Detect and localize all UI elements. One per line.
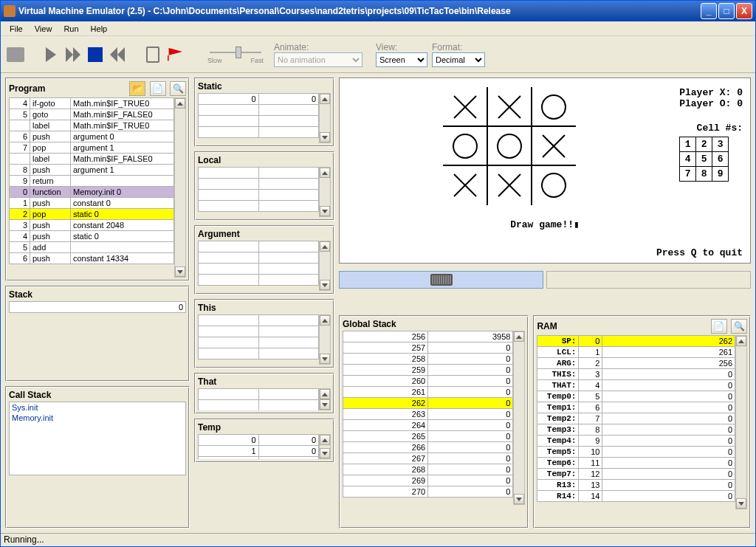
callstack-panel: Call Stack Sys.initMemory.init <box>5 386 190 529</box>
keyboard-icon <box>430 274 453 286</box>
menu-run[interactable]: Run <box>58 23 84 35</box>
local-panel: Local <box>194 151 334 221</box>
callstack-list[interactable]: Sys.initMemory.init <box>9 402 186 475</box>
svg-point-17 <box>542 173 566 197</box>
close-button[interactable]: X <box>736 3 752 19</box>
argument-table[interactable] <box>198 241 319 286</box>
step-back-button[interactable] <box>109 46 126 63</box>
globalstack-table[interactable]: 2563958257025802590260026102620263026402… <box>343 331 513 498</box>
toolbar: SlowFast Animate: No animation View: Scr… <box>1 36 755 73</box>
window-title: Virtual Machine Emulator (2.5) - C:\John… <box>18 6 699 16</box>
local-scrollbar[interactable] <box>319 167 331 217</box>
fast-forward-button[interactable] <box>64 46 82 63</box>
screen-output: Player X: 0 Player O: 0 Cell #s: 1234567… <box>339 78 751 264</box>
menu-help[interactable]: Help <box>85 23 114 35</box>
temp-panel: Temp 0010 <box>194 419 334 463</box>
speed-slider[interactable]: SlowFast <box>207 45 264 64</box>
ram-panel: RAM 📄 🔍 SP:0262LCL:1261ARG:2256THIS:30TH… <box>533 315 751 529</box>
this-title: This <box>198 303 216 313</box>
temp-title: Temp <box>198 422 221 433</box>
this-scrollbar[interactable] <box>319 314 331 365</box>
menu-file[interactable]: File <box>4 23 29 35</box>
menu-view[interactable]: View <box>29 23 58 35</box>
keyboard-display <box>546 271 751 289</box>
program-scrollbar[interactable] <box>174 97 186 278</box>
app-icon <box>4 5 16 17</box>
svg-point-8 <box>542 95 566 119</box>
quit-message: Press Q to quit <box>656 247 743 258</box>
ram-table[interactable]: SP:0262LCL:1261ARG:2256THIS:30THAT:40Tem… <box>537 335 735 502</box>
that-panel: That <box>194 373 334 414</box>
stop-button[interactable] <box>86 46 104 63</box>
argument-title: Argument <box>198 229 240 239</box>
keyboard-input[interactable] <box>339 271 543 289</box>
new-file-button[interactable]: 📄 <box>150 81 166 96</box>
local-title: Local <box>198 155 221 165</box>
player-o-score: Player O: 0 <box>679 98 743 109</box>
cell-legend: 123456789 <box>679 137 729 182</box>
stack-panel: Stack <box>5 286 190 382</box>
open-folder-button[interactable]: 📂 <box>129 81 145 96</box>
stack-top-value[interactable] <box>9 301 186 313</box>
maximize-button[interactable]: □ <box>718 3 735 19</box>
callstack-title: Call Stack <box>9 390 51 400</box>
animate-select[interactable]: No animation <box>274 52 362 67</box>
titlebar: Virtual Machine Emulator (2.5) - C:\John… <box>1 1 755 21</box>
that-title: That <box>198 376 216 387</box>
program-panel: Program 📂 📄 🔍 4if-gotoMath.min$IF_TRUE05… <box>5 78 190 281</box>
status-bar: Running... <box>1 533 755 546</box>
ram-search-button[interactable]: 🔍 <box>731 319 747 334</box>
slow-label: Slow <box>207 57 222 64</box>
ram-title: RAM <box>537 321 557 331</box>
static-scrollbar[interactable] <box>319 93 331 143</box>
program-title: Program <box>9 83 45 94</box>
static-title: Static <box>198 81 222 92</box>
step-button[interactable] <box>42 46 60 63</box>
globalstack-title: Global Stack <box>343 319 396 329</box>
menubar: File View Run Help <box>1 21 755 36</box>
static-table[interactable]: 00 <box>198 93 319 138</box>
this-panel: This <box>194 299 334 368</box>
svg-point-9 <box>453 134 477 158</box>
globalstack-panel: Global Stack 256395825702580259026002610… <box>339 315 529 529</box>
view-label: View: <box>376 42 426 52</box>
format-label: Format: <box>432 42 484 52</box>
argument-scrollbar[interactable] <box>319 241 331 291</box>
static-panel: Static 00 <box>194 78 334 147</box>
animate-label: Animate: <box>274 42 361 52</box>
script-button[interactable] <box>144 46 162 63</box>
format-select[interactable]: Decimal <box>432 52 485 67</box>
fast-label: Fast <box>250 57 264 64</box>
player-x-score: Player X: 0 <box>679 87 743 98</box>
breakpoint-button[interactable] <box>166 46 184 63</box>
temp-table[interactable]: 0010 <box>198 434 319 459</box>
local-table[interactable] <box>198 167 319 212</box>
minimize-button[interactable]: _ <box>701 3 717 19</box>
that-scrollbar[interactable] <box>319 388 331 410</box>
stack-title: Stack <box>9 289 32 300</box>
search-button[interactable]: 🔍 <box>170 81 186 96</box>
cells-label: Cell #s: <box>679 123 743 134</box>
draw-message: Draw game!!▮ <box>340 219 750 230</box>
globalstack-scrollbar[interactable] <box>513 331 525 505</box>
that-table[interactable] <box>198 388 319 410</box>
print-button[interactable] <box>7 46 24 63</box>
svg-point-10 <box>498 134 521 158</box>
argument-panel: Argument <box>194 225 334 295</box>
ram-new-button[interactable]: 📄 <box>711 319 727 334</box>
this-table[interactable] <box>198 314 319 359</box>
temp-scrollbar[interactable] <box>319 434 331 459</box>
program-table[interactable]: 4if-gotoMath.min$IF_TRUE05gotoMath.min$I… <box>9 97 174 264</box>
ram-scrollbar[interactable] <box>735 335 747 509</box>
view-select[interactable]: Screen <box>376 52 427 67</box>
